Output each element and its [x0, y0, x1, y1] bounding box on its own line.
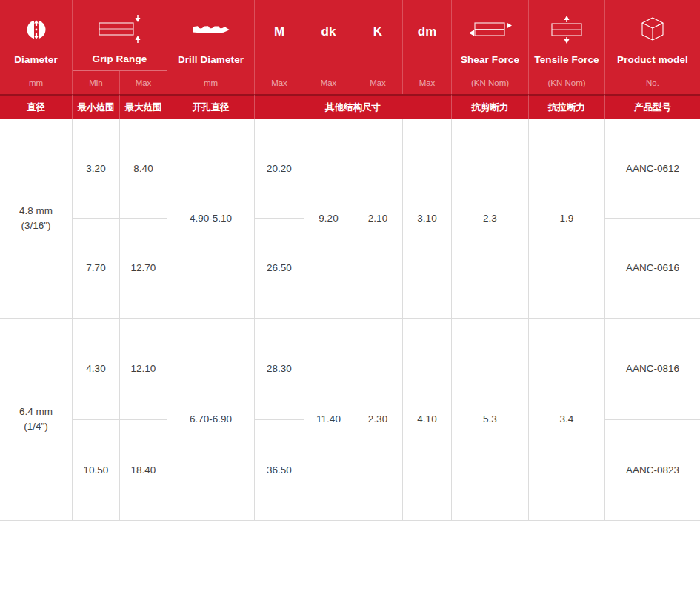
- col-header-k-letter: K: [373, 24, 382, 39]
- subheader-diameter-unit: mm: [0, 71, 73, 94]
- shear-force-icon: [452, 0, 528, 54]
- subheader-drill-unit: mm: [167, 71, 255, 94]
- cell-dm-g1: 3.10: [403, 119, 452, 319]
- col-header-drill-diameter-label: Drill Diameter: [178, 54, 244, 65]
- col-header-diameter-label: Diameter: [14, 54, 58, 65]
- diameter-size-inch: (1/4"): [24, 419, 48, 434]
- grip-range-icon: [73, 0, 167, 53]
- col-header-m: M: [255, 0, 304, 71]
- band-label-grip-min: 最小范围: [73, 94, 120, 119]
- subheader-product-no: No.: [605, 71, 700, 94]
- col-header-k: K: [353, 0, 403, 71]
- band-label-diameter: 直径: [0, 94, 73, 119]
- cell-dk-g2: 11.40: [304, 319, 353, 521]
- col-header-dk: dk: [304, 0, 353, 71]
- cell-grip-max-g1r1: 8.40: [120, 119, 167, 219]
- cell-grip-min-g1r2: 7.70: [73, 219, 120, 319]
- cell-grip-max-g2r2: 18.40: [120, 420, 167, 521]
- col-header-product-model-label: Product model: [617, 54, 688, 65]
- cell-dm-g2: 4.10: [403, 319, 452, 521]
- col-header-shear-force: Shear Force: [452, 0, 529, 71]
- cell-m-g2r1: 28.30: [255, 319, 304, 420]
- subheader-m-max: Max: [255, 71, 304, 94]
- diameter-size-mm: 4.8 mm: [19, 204, 53, 219]
- diameter-icon: [0, 0, 72, 54]
- product-box-icon: [605, 0, 700, 54]
- cell-grip-max-g1r2: 12.70: [120, 219, 167, 319]
- cell-model-g2r2: AANC-0823: [605, 420, 700, 521]
- cell-shear-g2: 5.3: [452, 319, 529, 521]
- subheader-k-max: Max: [353, 71, 403, 94]
- col-header-diameter: Diameter: [0, 0, 73, 71]
- col-header-grip-range: Grip Range: [73, 0, 167, 71]
- col-header-dm: dm: [403, 0, 452, 71]
- subheader-dm-max: Max: [403, 71, 452, 94]
- cell-grip-min-g2r1: 4.30: [73, 319, 120, 420]
- drill-bit-icon: [167, 0, 254, 54]
- band-label-grip-max: 最大范围: [120, 94, 167, 119]
- subheader-shear-unit: (KN Nom): [452, 71, 529, 94]
- cell-m-g1r2: 26.50: [255, 219, 304, 319]
- col-header-m-letter: M: [274, 24, 284, 39]
- col-header-dm-letter: dm: [418, 24, 437, 39]
- cell-model-g1r2: AANC-0616: [605, 219, 700, 319]
- cell-model-g1r1: AANC-0612: [605, 119, 700, 219]
- spec-sheet-page: Diameter Grip Range Drill: [0, 0, 700, 606]
- cell-grip-min-g1r1: 3.20: [73, 119, 120, 219]
- subheader-grip-max: Max: [120, 71, 167, 94]
- subheader-grip-min: Min: [73, 71, 120, 94]
- subheader-dk-max: Max: [304, 71, 353, 94]
- cell-diameter-group2: 6.4 mm (1/4"): [0, 319, 73, 521]
- cell-k-g2: 2.30: [353, 319, 403, 521]
- tensile-force-icon: [529, 0, 604, 54]
- cell-k-g1: 2.10: [353, 119, 403, 319]
- band-label-shear: 抗剪断力: [452, 94, 529, 119]
- subheader-tensile-unit: (KN Nom): [529, 71, 605, 94]
- col-header-tensile-force: Tensile Force: [529, 0, 605, 71]
- cell-tensile-g1: 1.9: [529, 119, 605, 319]
- band-label-drill: 开孔直径: [167, 94, 255, 119]
- cell-grip-min-g2r2: 10.50: [73, 420, 120, 521]
- cell-dk-g1: 9.20: [304, 119, 353, 319]
- cell-shear-g1: 2.3: [452, 119, 529, 319]
- band-label-other-dims: 其他结构尺寸: [255, 94, 452, 119]
- cell-model-g2r1: AANC-0816: [605, 319, 700, 420]
- cell-drill-g1: 4.90-5.10: [167, 119, 255, 319]
- col-header-product-model: Product model: [605, 0, 700, 71]
- diameter-size-inch: (3/16"): [21, 219, 50, 233]
- col-header-dk-letter: dk: [321, 24, 336, 39]
- col-header-tensile-force-label: Tensile Force: [534, 54, 599, 65]
- cell-diameter-group1: 4.8 mm (3/16"): [0, 119, 73, 319]
- cell-drill-g2: 6.70-6.90: [167, 319, 255, 521]
- cell-m-g2r2: 36.50: [255, 420, 304, 521]
- col-header-drill-diameter: Drill Diameter: [167, 0, 255, 71]
- band-label-tensile: 抗拉断力: [529, 94, 605, 119]
- cell-tensile-g2: 3.4: [529, 319, 605, 521]
- col-header-shear-force-label: Shear Force: [461, 54, 519, 65]
- diameter-size-mm: 6.4 mm: [19, 404, 53, 419]
- col-header-grip-range-label: Grip Range: [93, 53, 147, 64]
- cell-grip-max-g2r1: 12.10: [120, 319, 167, 420]
- spec-table: Diameter Grip Range Drill: [0, 0, 700, 521]
- band-label-product: 产品型号: [605, 94, 700, 119]
- cell-m-g1r1: 20.20: [255, 119, 304, 219]
